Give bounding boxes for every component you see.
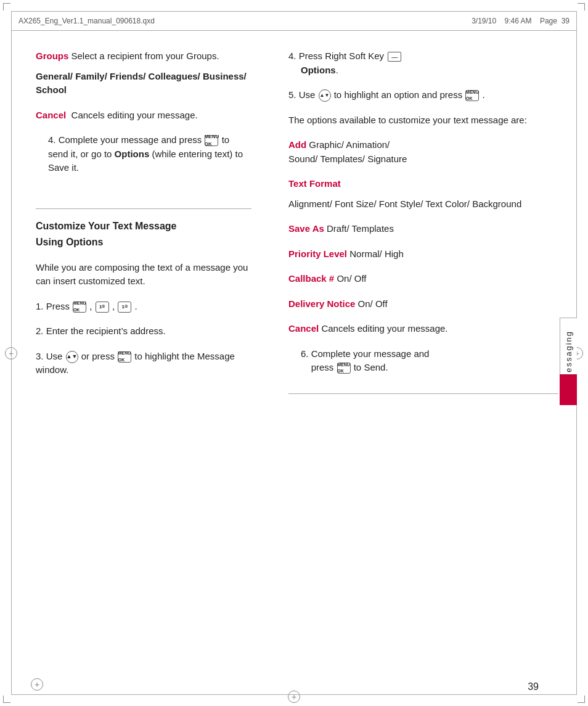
options-intro: The options available to customize your … xyxy=(288,113,558,128)
step5-mid: to highlight an option and press xyxy=(334,89,465,100)
cancel-text-left: Cancels editing your message. xyxy=(71,110,198,120)
side-tab-bar xyxy=(560,374,577,405)
corner-mark-bl xyxy=(3,696,10,703)
priority-paragraph: Priority Level Normal/ High xyxy=(288,247,558,261)
nav-circle-icon-5: ▲▼ xyxy=(319,89,331,102)
step4-text: 4. Complete your message and press xyxy=(48,134,204,145)
content-area: Groups Select a recipient from your Grou… xyxy=(11,31,577,675)
step5-text: 5. Use xyxy=(288,89,318,100)
nav-circle-icon-3: ▲▼ xyxy=(66,351,78,363)
add-text: Graphic/ Animation/Sound/ Templates/ Sig… xyxy=(288,139,407,164)
cancel-label-right: Cancel xyxy=(288,323,319,334)
customize-heading2: Using Options xyxy=(36,235,251,250)
cancel-right-paragraph: Cancel Cancels editing your message. xyxy=(288,322,558,336)
step4-options: Options xyxy=(115,149,150,159)
save-as-label: Save As xyxy=(288,223,324,234)
add-label: Add xyxy=(288,139,306,150)
save-as-options: Draft/ Templates xyxy=(327,223,394,234)
key-1a-icon: 1① xyxy=(96,302,109,313)
step5-end: . xyxy=(483,89,485,100)
step1-text: 1. Press xyxy=(36,301,72,311)
priority-label: Priority Level xyxy=(288,248,347,259)
groups-text: Select a recipient from your Groups. xyxy=(71,51,219,61)
step1-end: . xyxy=(134,301,137,311)
step3-mid: or press xyxy=(81,351,117,361)
divider-right xyxy=(288,393,558,394)
cancel-text-right-val: Cancels editing your message. xyxy=(321,323,447,334)
text-format-label-p: Text Format xyxy=(288,177,558,191)
step6-paragraph: 6. Complete your message and press MENUO… xyxy=(288,347,558,375)
header-bar: AX265_Eng_Ver1.1_manual_090618.qxd 3/19/… xyxy=(11,11,577,31)
general-options: General/ Family/ Friends/ Colleagues/ Bu… xyxy=(36,70,251,97)
header-filename: AX265_Eng_Ver1.1_manual_090618.qxd xyxy=(18,17,155,25)
left-column: Groups Select a recipient from your Grou… xyxy=(11,31,270,675)
add-paragraph: Add Graphic/ Animation/Sound/ Templates/… xyxy=(288,138,558,166)
step2-paragraph: 2. Enter the recipient’s address. xyxy=(36,324,251,339)
priority-options: Normal/ High xyxy=(349,248,404,259)
step4-right-options: Options xyxy=(301,65,336,75)
step1-comma2: , xyxy=(112,301,117,311)
callback-paragraph: Callback # On/ Off xyxy=(288,272,558,286)
step3-end: to highlight the Message window. xyxy=(36,351,235,376)
menu-ok-icon-3: MENUOK xyxy=(118,351,131,363)
header-date: 3/19/10 9:46 AM Page 39 xyxy=(472,17,570,25)
page-number: 39 xyxy=(528,681,539,692)
step5-paragraph: 5. Use ▲▼ to highlight an option and pre… xyxy=(288,88,558,102)
delivery-label: Delivery Notice xyxy=(288,298,355,309)
step6-end: to Send. xyxy=(354,362,388,372)
save-as-paragraph: Save As Draft/ Templates xyxy=(288,222,558,236)
side-tab-text: Messaging xyxy=(564,330,573,380)
corner-mark-br xyxy=(578,696,585,703)
delivery-options: On/ Off xyxy=(358,298,388,309)
menu-ok-icon-1: MENUOK xyxy=(73,302,86,313)
customize-heading1: Customize Your Text Message xyxy=(36,219,251,234)
text-format-detail: Alignment/ Font Size/ Font Style/ Text C… xyxy=(288,197,558,211)
menu-ok-icon-step4: MENUOK xyxy=(205,135,218,146)
step4-left: 4. Complete your message and press MENUO… xyxy=(36,133,251,175)
step1-comma1: , xyxy=(89,301,94,311)
groups-paragraph: Groups Select a recipient from your Grou… xyxy=(36,49,251,64)
divider-left xyxy=(36,208,251,209)
right-softkey-icon: ― xyxy=(388,52,401,62)
corner-mark-tr xyxy=(578,3,585,10)
right-column: 4. Press Right Soft Key ― Options. 5. Us… xyxy=(270,31,577,675)
cancel-paragraph: Cancel Cancels editing your message. xyxy=(36,109,251,123)
step4-right-text: 4. Press Right Soft Key xyxy=(288,51,386,61)
corner-mark-tl xyxy=(3,3,10,10)
composing-text: While you are composing the text of a me… xyxy=(36,261,251,289)
step1-paragraph: 1. Press MENUOK , 1① , 1① . xyxy=(36,300,251,314)
step3-text: 3. Use xyxy=(36,351,65,361)
groups-label: Groups xyxy=(36,51,68,61)
callback-label: Callback # xyxy=(288,273,334,284)
delivery-paragraph: Delivery Notice On/ Off xyxy=(288,297,558,311)
text-format-label: Text Format xyxy=(288,178,341,189)
step3-paragraph: 3. Use ▲▼ or press MENUOK to highlight t… xyxy=(36,350,251,377)
step4-right-paragraph: 4. Press Right Soft Key ― Options. xyxy=(288,49,558,77)
cancel-label-left: Cancel xyxy=(36,110,66,120)
menu-ok-icon-6: MENUOK xyxy=(337,363,351,374)
callback-options: On/ Off xyxy=(337,273,366,284)
key-1b-icon: 1① xyxy=(118,302,131,313)
menu-ok-icon-5: MENUOK xyxy=(465,90,479,101)
